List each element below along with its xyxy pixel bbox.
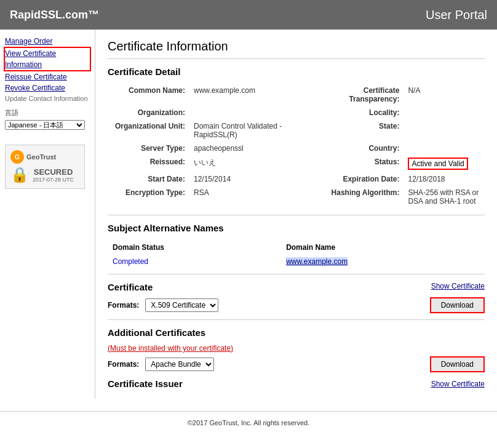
org-unit-label: Organizational Unit: <box>109 120 189 141</box>
country-value <box>404 142 483 154</box>
org-unit-value: Domain Control Validated - RapidSSL(R) <box>190 120 316 141</box>
certificate-section-header: Certificate Show Certificate <box>108 282 485 292</box>
state-label: State: <box>317 120 403 141</box>
sidebar-reissue-certificate[interactable]: Reissue Certificate <box>5 73 90 81</box>
header-logo: RapidSSL.com™ <box>10 9 99 22</box>
status-label: Status: <box>317 156 403 172</box>
geotrust-name: GeoTrust <box>26 153 56 161</box>
footer: ©2017 GeoTrust, Inc. All rights reserved… <box>0 411 497 434</box>
reissued-value: いいえ <box>190 156 316 172</box>
start-date-label: Start Date: <box>109 173 189 185</box>
expiration-date-label: Expiration Date: <box>317 173 403 185</box>
san-table: Domain Status Domain Name Completedwww.e… <box>108 239 485 269</box>
sidebar: Manage Order View Certificate Informatio… <box>0 30 95 399</box>
show-certificate-link[interactable]: Show Certificate <box>431 282 485 290</box>
download-button[interactable]: Download <box>430 297 485 313</box>
geotrust-badge: G GeoTrust 🔒 SECURED 2017-07-28 UTC <box>5 145 85 189</box>
common-name-label: Common Name: <box>109 84 189 105</box>
hashing-label: Hashing Algorithm: <box>317 186 403 207</box>
organization-value <box>190 106 316 119</box>
show-certificate-link-2[interactable]: Show Certificate <box>431 380 485 388</box>
expiration-date-value: 12/18/2018 <box>404 173 483 185</box>
additional-formats-row: Formats: Apache Bundle Download <box>108 356 485 372</box>
common-name-value: www.example.com <box>190 84 316 105</box>
san-status: Completed <box>109 255 281 268</box>
hashing-value: SHA-256 with RSA or DSA and SHA-1 root <box>404 186 483 207</box>
geotrust-logo: G GeoTrust <box>10 150 79 164</box>
locality-value <box>404 106 483 119</box>
status-badge: Active and Valid <box>408 158 467 170</box>
sidebar-revoke-certificate[interactable]: Revoke Certificate <box>5 84 90 92</box>
state-value <box>404 120 483 141</box>
language-select[interactable]: Japanese - 日本語 <box>5 120 85 130</box>
formats-row: Formats: X.509 Certificate Download <box>108 297 485 313</box>
country-label: Country: <box>317 142 403 154</box>
san-domain-name-header: Domain Name <box>282 241 483 254</box>
cert-detail-table: Common Name: www.example.com Certificate… <box>108 83 485 209</box>
encryption-value: RSA <box>190 186 316 207</box>
geotrust-icon: G <box>10 150 24 164</box>
geotrust-date: 2017-07-28 UTC <box>33 177 74 183</box>
start-date-value: 12/15/2014 <box>190 173 316 185</box>
sidebar-lang-label: 言語 <box>5 108 90 118</box>
san-domain[interactable]: www.example.com <box>282 255 483 268</box>
formats-label: Formats: <box>108 301 139 310</box>
server-type-value: apacheopenssl <box>190 142 316 154</box>
additional-certs-title: Additional Certificates <box>108 327 485 338</box>
sidebar-view-certificate[interactable]: View Certificate Information <box>5 48 90 70</box>
format-select[interactable]: X.509 Certificate <box>145 298 218 312</box>
san-title: Subject Alternative Names <box>108 223 485 233</box>
san-domain-status-header: Domain Status <box>109 241 281 254</box>
cert-detail-title: Certificate Detail <box>108 66 485 77</box>
cert-issuer-title: Certificate Issuer <box>108 378 183 389</box>
divider-cert <box>108 274 485 274</box>
header: RapidSSL.com™ User Portal <box>0 0 497 30</box>
sidebar-update-contact[interactable]: Update Contact Information <box>5 95 90 102</box>
main-layout: Manage Order View Certificate Informatio… <box>0 30 497 399</box>
lock-icon: 🔒 <box>10 166 29 183</box>
footer-text: ©2017 GeoTrust, Inc. All rights reserved… <box>188 419 309 426</box>
cert-issuer-row: Certificate Issuer Show Certificate <box>108 378 485 389</box>
must-install-text: (Must be installed with your certificate… <box>108 344 485 353</box>
cert-transparency-label: Certificate Transparency: <box>317 84 403 105</box>
additional-format-select[interactable]: Apache Bundle <box>145 358 214 371</box>
san-row: Completedwww.example.com <box>109 255 483 268</box>
certificate-title: Certificate <box>108 282 153 292</box>
locality-label: Locality: <box>317 106 403 119</box>
page-title: Certificate Information <box>108 39 485 54</box>
encryption-label: Encryption Type: <box>109 186 189 207</box>
divider-top <box>108 58 485 59</box>
must-install-underline: (Must be installed with your certificate… <box>108 344 233 353</box>
status-value: Active and Valid <box>404 156 483 172</box>
geotrust-secured-text: SECURED <box>33 167 74 177</box>
sidebar-manage-order[interactable]: Manage Order <box>5 37 90 46</box>
additional-formats-label: Formats: <box>108 360 139 369</box>
divider-additional <box>108 319 485 320</box>
content: Certificate Information Certificate Deta… <box>95 30 497 399</box>
divider-san <box>108 215 485 215</box>
header-portal: User Portal <box>426 8 487 22</box>
additional-download-button[interactable]: Download <box>430 356 485 372</box>
cert-transparency-value: N/A <box>404 84 483 105</box>
server-type-label: Server Type: <box>109 142 189 154</box>
reissued-label: Reissued: <box>109 156 189 172</box>
organization-label: Organization: <box>109 106 189 119</box>
geotrust-secured-row: 🔒 SECURED 2017-07-28 UTC <box>10 166 79 183</box>
